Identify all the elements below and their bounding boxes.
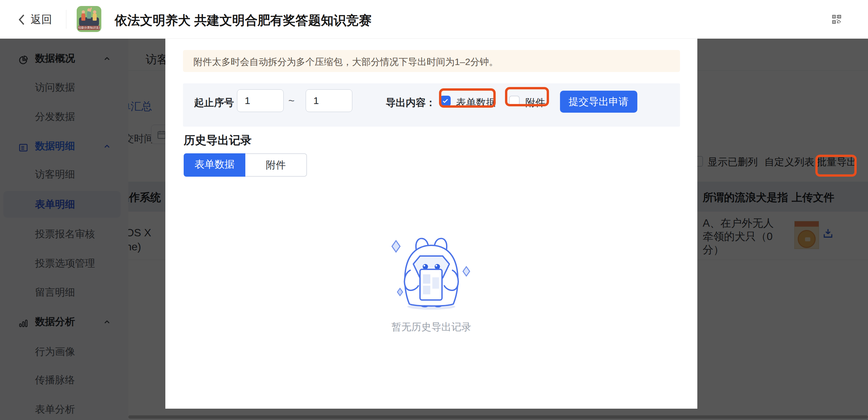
range-separator: ~ bbox=[288, 95, 294, 107]
batch-export-modal: 附件太多时会自动拆分为多个压缩包，大部分情况下导出时间为1–2分钟。 起止序号：… bbox=[165, 39, 698, 409]
notice-banner: 附件太多时会自动拆分为多个压缩包，大部分情况下导出时间为1–2分钟。 bbox=[183, 50, 680, 72]
submit-export-button[interactable]: 提交导出申请 bbox=[560, 91, 637, 113]
check-icon bbox=[442, 98, 449, 104]
app-header: 返回 垃圾分类知识竞赛 依法文明养犬 共建文明合肥有奖答题知识竞赛 bbox=[0, 0, 868, 39]
form-data-checkbox-label[interactable]: 表单数据 bbox=[456, 96, 496, 110]
back-label: 返回 bbox=[31, 12, 52, 27]
activity-app-icon: 垃圾分类知识竞赛 bbox=[77, 6, 101, 32]
export-content-label: 导出内容： bbox=[386, 96, 436, 110]
export-form-row: 起止序号： ~ 导出内容： 表单数据 附件 提交导出申请 bbox=[183, 83, 680, 127]
attachment-checkbox-label[interactable]: 附件 bbox=[525, 96, 545, 110]
range-from-input[interactable] bbox=[237, 89, 284, 112]
history-type-segment: 表单数据 附件 bbox=[184, 153, 307, 177]
segment-form-data[interactable]: 表单数据 bbox=[184, 153, 245, 177]
history-section-title: 历史导出记录 bbox=[184, 133, 252, 148]
empty-state: 暂无历史导出记录 bbox=[165, 236, 698, 334]
chevron-left-icon bbox=[17, 13, 26, 26]
qr-code-icon[interactable] bbox=[831, 14, 842, 25]
page-title: 依法文明养犬 共建文明合肥有奖答题知识竞赛 bbox=[115, 12, 372, 29]
notice-text: 附件太多时会自动拆分为多个压缩包，大部分情况下导出时间为1–2分钟。 bbox=[193, 56, 498, 68]
attachment-checkbox-unchecked[interactable] bbox=[509, 96, 520, 106]
form-data-checkbox-checked[interactable] bbox=[440, 96, 451, 106]
segment-attachment[interactable]: 附件 bbox=[245, 153, 307, 177]
app-icon-badge: 垃圾分类知识竞赛 bbox=[78, 26, 100, 30]
back-button[interactable]: 返回 bbox=[17, 12, 52, 27]
robot-mascot-illustration bbox=[385, 236, 478, 314]
range-label: 起止序号： bbox=[194, 96, 244, 110]
header-divider bbox=[66, 10, 66, 29]
app-screen: 数据概况 访问数据 分发数据 数据明细 访客明细 表单明细 投票报名审核 投票选… bbox=[0, 0, 868, 420]
empty-state-text: 暂无历史导出记录 bbox=[165, 320, 698, 334]
range-to-input[interactable] bbox=[306, 89, 352, 112]
